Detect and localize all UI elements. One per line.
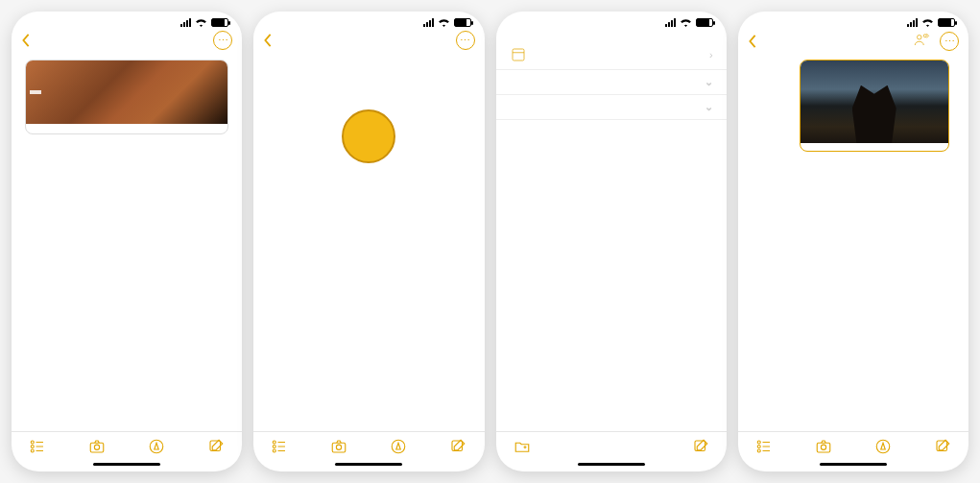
battery-icon (938, 18, 955, 27)
camera-icon[interactable] (330, 438, 347, 455)
toolbar (738, 431, 968, 459)
checklist-icon[interactable] (755, 438, 773, 455)
svg-rect-6 (210, 441, 221, 451)
markup-icon[interactable] (390, 438, 407, 455)
svg-point-1 (31, 446, 34, 448)
svg-point-19 (757, 446, 760, 448)
svg-point-20 (757, 449, 760, 452)
quicknote-icon (510, 46, 527, 63)
svg-point-4 (94, 445, 99, 449)
status-bar (496, 12, 727, 29)
card-overlay-label (30, 90, 41, 94)
nav-bar: ⋯ (12, 29, 242, 54)
compose-icon[interactable] (934, 438, 951, 455)
compose-icon[interactable] (692, 438, 709, 455)
signal-icon (907, 18, 918, 27)
svg-point-11 (337, 445, 342, 449)
back-button[interactable] (21, 34, 33, 47)
signal-icon (180, 18, 191, 27)
battery-icon (211, 18, 228, 27)
wifi-icon (680, 17, 692, 27)
home-indicator (335, 463, 402, 466)
more-icon[interactable]: ⋯ (213, 31, 232, 50)
back-button[interactable] (263, 34, 275, 47)
collaborate-icon[interactable] (913, 31, 930, 52)
status-bar (738, 12, 968, 29)
section-icloud[interactable]: ⌄ (496, 70, 727, 95)
author-column (740, 56, 782, 427)
back-button[interactable] (748, 35, 759, 48)
nav-bar: ⋯ (253, 29, 484, 54)
svg-rect-15 (695, 441, 705, 451)
battery-icon (454, 18, 471, 27)
solar-drawing (267, 60, 470, 213)
tags-container (496, 120, 727, 132)
checklist-icon[interactable] (29, 438, 46, 455)
screen-science-note: ⋯ (253, 12, 484, 471)
toolbar (496, 431, 727, 459)
folder-quick-notes[interactable]: › (496, 40, 727, 70)
camera-icon[interactable] (815, 438, 832, 455)
svg-rect-14 (513, 49, 524, 60)
section-tags[interactable]: ⌄ (496, 95, 727, 120)
screen-collab-note: ⋯ (738, 12, 968, 471)
new-folder-icon[interactable] (514, 438, 531, 455)
camera-icon[interactable] (88, 438, 106, 455)
markup-icon[interactable] (148, 438, 165, 455)
svg-point-17 (923, 35, 926, 37)
chevron-down-icon: ⌄ (705, 76, 713, 88)
link-card[interactable] (800, 60, 949, 152)
home-indicator (820, 463, 887, 466)
more-icon[interactable]: ⋯ (456, 31, 475, 50)
nav-bar: ⋯ (738, 29, 968, 56)
toolbar (253, 431, 484, 459)
card-image (801, 60, 948, 143)
svg-point-0 (31, 441, 34, 444)
link-card[interactable] (25, 60, 228, 134)
wifi-icon (438, 17, 450, 27)
markup-icon[interactable] (874, 438, 892, 455)
status-bar (12, 12, 242, 29)
compose-icon[interactable] (449, 438, 466, 455)
svg-rect-13 (452, 441, 463, 451)
svg-point-16 (918, 36, 922, 40)
card-image (26, 60, 227, 124)
svg-point-18 (757, 441, 760, 444)
svg-point-22 (821, 445, 825, 449)
sun (342, 109, 395, 163)
status-bar (253, 12, 484, 29)
chevron-down-icon: ⌄ (705, 101, 713, 113)
svg-point-9 (274, 449, 276, 452)
screen-camping-note: ⋯ (12, 12, 242, 471)
more-icon[interactable]: ⋯ (940, 32, 959, 51)
wifi-icon (195, 17, 207, 27)
home-indicator (93, 463, 160, 466)
home-indicator (578, 463, 645, 466)
signal-icon (423, 18, 434, 27)
svg-point-7 (274, 441, 276, 444)
wifi-icon (921, 17, 934, 27)
signal-icon (665, 18, 676, 27)
chevron-icon: › (709, 49, 713, 60)
svg-rect-24 (937, 441, 947, 451)
screen-folders: › ⌄ ⌄ (496, 12, 727, 471)
svg-point-2 (31, 449, 34, 452)
checklist-icon[interactable] (271, 438, 288, 455)
svg-point-8 (274, 446, 276, 448)
compose-icon[interactable] (207, 438, 225, 455)
toolbar (12, 431, 242, 459)
battery-icon (696, 18, 713, 27)
